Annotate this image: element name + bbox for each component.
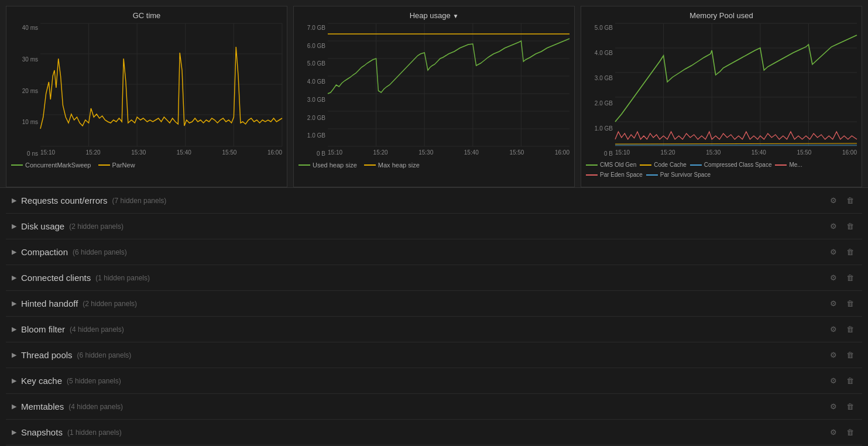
thread-pools-section-title: Thread pools xyxy=(21,350,73,360)
compaction-gear-icon[interactable]: ⚙ xyxy=(828,246,839,258)
connected-clients-row[interactable]: ▶ Connected clients (1 hidden panels) ⚙ … xyxy=(6,265,862,291)
disk-usage-trash-icon[interactable]: 🗑 xyxy=(844,221,856,232)
thread-pools-hidden-panels: (6 hidden panels) xyxy=(77,351,132,359)
heap-usage-legend: Used heap size Max heap size xyxy=(299,162,569,169)
compaction-hidden-panels: (6 hidden panels) xyxy=(73,248,127,256)
compaction-row[interactable]: ▶ Compaction (6 hidden panels) ⚙ 🗑 xyxy=(6,239,862,265)
snapshots-section-title: Snapshots xyxy=(21,427,63,437)
thread-pools-actions: ⚙ 🗑 xyxy=(828,349,856,361)
bloom-filter-hidden-panels: (4 hidden panels) xyxy=(70,325,124,334)
snapshots-hidden-panels: (1 hidden panels) xyxy=(67,428,122,437)
gc-time-x-axis: 15:10 15:20 15:30 15:40 15:50 16:00 xyxy=(40,146,282,158)
parnew-legend-label: ParNew xyxy=(112,162,135,169)
used-heap-legend-color xyxy=(299,164,310,166)
compaction-actions: ⚙ 🗑 xyxy=(828,246,856,258)
requests-count-errors-row[interactable]: ▶ Requests count/errors (7 hidden panels… xyxy=(6,188,862,214)
connected-clients-gear-icon[interactable]: ⚙ xyxy=(828,272,839,283)
chevron-icon: ▶ xyxy=(12,274,16,282)
gc-time-title: GC time xyxy=(11,11,282,20)
heap-usage-title: Heap usage ▼ xyxy=(299,11,569,20)
memtables-section-title: Memtables xyxy=(21,402,64,411)
bloom-filter-actions: ⚙ 🗑 xyxy=(828,324,856,335)
heap-usage-area: 7.0 GB 6.0 GB 5.0 GB 4.0 GB 3.0 GB 2.0 G… xyxy=(299,23,569,158)
snapshots-trash-icon[interactable]: 🗑 xyxy=(844,427,856,438)
hinted-handoff-hidden-panels: (2 hidden panels) xyxy=(83,300,137,308)
chevron-icon: ▶ xyxy=(12,377,16,385)
chevron-icon: ▶ xyxy=(12,351,16,359)
used-heap-legend-label: Used heap size xyxy=(313,162,357,169)
chevron-icon: ▶ xyxy=(12,197,16,204)
requests-actions: ⚙ 🗑 xyxy=(828,195,856,206)
key-cache-gear-icon[interactable]: ⚙ xyxy=(828,375,839,386)
hinted-handoff-trash-icon[interactable]: 🗑 xyxy=(844,298,856,309)
gc-time-y-axis: 40 ms 30 ms 20 ms 10 ms 0 ns xyxy=(11,23,40,158)
requests-trash-icon[interactable]: 🗑 xyxy=(844,195,856,206)
connected-clients-section-title: Connected clients xyxy=(21,273,91,283)
heap-usage-x-axis: 15:10 15:20 15:30 15:40 15:50 16:00 xyxy=(328,146,569,158)
key-cache-trash-icon[interactable]: 🗑 xyxy=(844,375,856,386)
snapshots-row[interactable]: ▶ Snapshots (1 hidden panels) ⚙ 🗑 xyxy=(6,420,862,445)
heap-usage-y-axis: 7.0 GB 6.0 GB 5.0 GB 4.0 GB 3.0 GB 2.0 G… xyxy=(299,23,328,158)
disk-usage-gear-icon[interactable]: ⚙ xyxy=(828,221,839,232)
disk-usage-hidden-panels: (2 hidden panels) xyxy=(69,222,123,231)
dashboard: GC time 40 ms 30 ms 20 ms 10 ms 0 ns xyxy=(0,0,868,445)
thread-pools-trash-icon[interactable]: 🗑 xyxy=(844,349,856,361)
memory-pool-area: 5.0 GB 4.0 GB 3.0 GB 2.0 GB 1.0 GB 0 B xyxy=(586,23,857,158)
thread-pools-gear-icon[interactable]: ⚙ xyxy=(828,349,839,361)
heap-usage-panel: Heap usage ▼ 7.0 GB 6.0 GB 5.0 GB 4.0 GB… xyxy=(293,6,575,187)
requests-section-title: Requests count/errors xyxy=(21,195,108,205)
heap-usage-svg-container xyxy=(328,23,569,146)
connected-clients-hidden-panels: (1 hidden panels) xyxy=(95,274,150,282)
gc-time-svg-container xyxy=(40,23,282,146)
disk-usage-actions: ⚙ 🗑 xyxy=(828,221,856,232)
memory-pool-title: Memory Pool used xyxy=(586,11,857,20)
chevron-icon: ▶ xyxy=(12,248,16,256)
key-cache-section-title: Key cache xyxy=(21,376,62,386)
memory-pool-svg-container xyxy=(615,23,857,146)
gc-time-legend: ConcurrentMarkSweep ParNew xyxy=(11,162,282,169)
requests-gear-icon[interactable]: ⚙ xyxy=(828,195,839,206)
chevron-icon: ▶ xyxy=(12,300,16,307)
chevron-icon: ▶ xyxy=(12,222,16,230)
compaction-trash-icon[interactable]: 🗑 xyxy=(844,246,856,258)
chevron-icon: ▶ xyxy=(12,428,16,436)
memory-pool-y-axis: 5.0 GB 4.0 GB 3.0 GB 2.0 GB 1.0 GB 0 B xyxy=(586,23,615,158)
memtables-gear-icon[interactable]: ⚙ xyxy=(828,401,839,412)
disk-usage-section-title: Disk usage xyxy=(21,221,64,231)
heap-dropdown-arrow[interactable]: ▼ xyxy=(452,13,458,19)
max-heap-legend-label: Max heap size xyxy=(378,162,420,169)
snapshots-gear-icon[interactable]: ⚙ xyxy=(828,427,839,438)
memory-pool-legend: CMS Old Gen Code Cache Compressed Class … xyxy=(586,162,857,178)
cms-legend-color xyxy=(11,164,23,166)
memtables-row[interactable]: ▶ Memtables (4 hidden panels) ⚙ 🗑 xyxy=(6,394,862,420)
key-cache-row[interactable]: ▶ Key cache (5 hidden panels) ⚙ 🗑 xyxy=(6,368,862,394)
disk-usage-row[interactable]: ▶ Disk usage (2 hidden panels) ⚙ 🗑 xyxy=(6,214,862,239)
memtables-actions: ⚙ 🗑 xyxy=(828,401,856,412)
memory-pool-x-axis: 15:10 15:20 15:30 15:40 15:50 16:00 xyxy=(615,146,857,158)
svg-line-33 xyxy=(615,143,857,144)
memory-pool-panel: Memory Pool used 5.0 GB 4.0 GB 3.0 GB 2.… xyxy=(581,6,862,187)
bloom-filter-trash-icon[interactable]: 🗑 xyxy=(844,324,856,335)
compaction-section-title: Compaction xyxy=(21,247,68,257)
chevron-icon: ▶ xyxy=(12,403,16,410)
hinted-handoff-row[interactable]: ▶ Hinted handoff (2 hidden panels) ⚙ 🗑 xyxy=(6,291,862,317)
connected-clients-trash-icon[interactable]: 🗑 xyxy=(844,272,856,283)
parnew-legend-color xyxy=(98,164,110,166)
snapshots-actions: ⚙ 🗑 xyxy=(828,427,856,438)
key-cache-hidden-panels: (5 hidden panels) xyxy=(67,377,121,385)
connected-clients-actions: ⚙ 🗑 xyxy=(828,272,856,283)
gc-time-area: 40 ms 30 ms 20 ms 10 ms 0 ns xyxy=(11,23,282,158)
hinted-handoff-section-title: Hinted handoff xyxy=(21,299,78,308)
memtables-trash-icon[interactable]: 🗑 xyxy=(844,401,856,412)
cms-legend-label: ConcurrentMarkSweep xyxy=(25,162,91,169)
charts-row: GC time 40 ms 30 ms 20 ms 10 ms 0 ns xyxy=(0,0,868,188)
bloom-filter-gear-icon[interactable]: ⚙ xyxy=(828,324,839,335)
hinted-handoff-gear-icon[interactable]: ⚙ xyxy=(828,298,839,309)
compressed-class-space-label: Compressed Class Space xyxy=(704,162,772,168)
max-heap-legend-color xyxy=(364,164,376,166)
requests-hidden-panels: (7 hidden panels) xyxy=(112,197,167,205)
thread-pools-row[interactable]: ▶ Thread pools (6 hidden panels) ⚙ 🗑 xyxy=(6,342,862,368)
memtables-hidden-panels: (4 hidden panels) xyxy=(68,403,123,411)
bloom-filter-row[interactable]: ▶ Bloom filter (4 hidden panels) ⚙ 🗑 xyxy=(6,317,862,342)
chevron-icon: ▶ xyxy=(12,325,16,333)
